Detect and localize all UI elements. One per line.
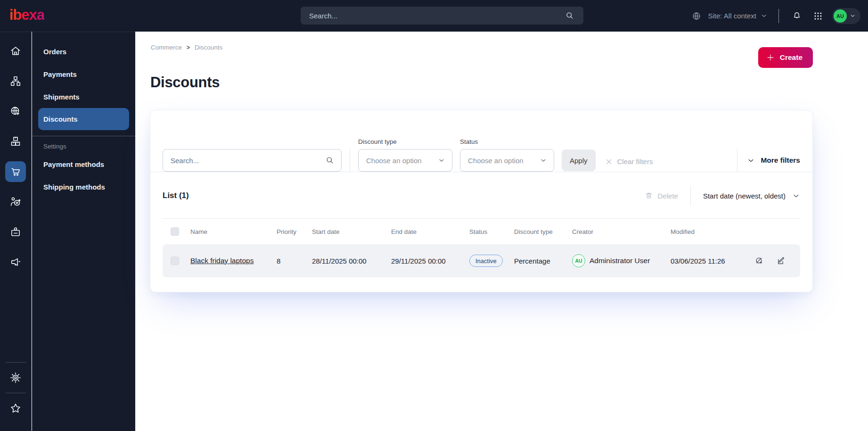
site-context-switcher[interactable]: Site: All context bbox=[689, 9, 768, 23]
chevron-down-icon bbox=[761, 12, 768, 19]
sidebar-item-discounts[interactable]: Discounts bbox=[38, 108, 129, 130]
column-header-status: Status bbox=[469, 228, 514, 235]
chevron-down-icon bbox=[540, 157, 547, 164]
breadcrumb-commerce[interactable]: Commerce bbox=[151, 44, 182, 51]
rail-item-corporate[interactable] bbox=[5, 222, 26, 242]
column-header-end-date: End date bbox=[391, 228, 469, 235]
home-icon bbox=[9, 45, 22, 57]
column-header-start-date: Start date bbox=[312, 228, 391, 235]
global-search[interactable] bbox=[301, 7, 583, 25]
create-button[interactable]: Create bbox=[758, 47, 813, 68]
row-checkbox[interactable] bbox=[171, 257, 179, 265]
breadcrumb-discounts[interactable]: Discounts bbox=[195, 44, 222, 51]
sidebar-item-label: Shipping methods bbox=[43, 183, 105, 191]
campaign-megaphone-icon bbox=[9, 256, 22, 268]
rail-item-dashboard[interactable] bbox=[5, 41, 26, 61]
creator-avatar: AU bbox=[572, 254, 585, 267]
products-boxes-icon bbox=[9, 135, 22, 148]
apply-button[interactable]: Apply bbox=[562, 149, 596, 171]
more-filters-button[interactable]: More filters bbox=[747, 156, 800, 165]
edit-icon[interactable] bbox=[776, 256, 786, 266]
filter-search-input[interactable] bbox=[171, 157, 325, 165]
search-icon[interactable] bbox=[563, 8, 577, 23]
page-title: Discounts bbox=[150, 74, 220, 91]
filter-divider bbox=[737, 149, 737, 172]
discount-type-filter: Discount type Choose an option bbox=[358, 138, 452, 172]
status-select[interactable]: Choose an option bbox=[460, 149, 554, 172]
creator-name: Administrator User bbox=[590, 257, 650, 265]
column-header-priority: Priority bbox=[277, 228, 312, 235]
rail-item-commerce[interactable] bbox=[5, 161, 26, 182]
discount-name-link[interactable]: Black friday laptops bbox=[190, 257, 254, 265]
discount-type-select[interactable]: Choose an option bbox=[358, 149, 452, 172]
trash-icon bbox=[645, 191, 653, 200]
customer-target-icon bbox=[9, 196, 22, 208]
rail-item-site[interactable] bbox=[5, 101, 26, 122]
more-filters: More filters bbox=[737, 149, 800, 172]
rail-divider bbox=[6, 362, 26, 363]
chevron-down-icon bbox=[792, 192, 800, 200]
row-modified: 03/06/2025 11:26 bbox=[671, 257, 732, 265]
chevron-down-icon bbox=[850, 13, 856, 19]
column-header-creator: Creator bbox=[572, 228, 671, 235]
create-button-label: Create bbox=[780, 53, 802, 62]
content-tree-icon bbox=[9, 75, 22, 87]
rail-divider bbox=[6, 393, 26, 393]
site-globe-icon bbox=[9, 105, 22, 117]
status-label: Status bbox=[460, 138, 554, 145]
topbar-divider bbox=[778, 9, 779, 23]
clear-filters-button[interactable]: Clear filters bbox=[605, 157, 653, 166]
select-all-checkbox[interactable] bbox=[171, 227, 179, 236]
rail-item-customers[interactable] bbox=[5, 191, 26, 212]
sidebar-item-payment-methods[interactable]: Payment methods bbox=[32, 153, 135, 175]
sidebar-item-label: Orders bbox=[43, 48, 66, 56]
row-discount-type: Percentage bbox=[514, 257, 572, 265]
table-header: Name Priority Start date End date Status… bbox=[163, 218, 800, 244]
discounts-card: Discount type Choose an option Status Ch… bbox=[150, 110, 813, 292]
rail-item-products[interactable] bbox=[5, 131, 26, 152]
settings-gear-icon bbox=[9, 372, 22, 384]
rail-item-content[interactable] bbox=[5, 71, 26, 91]
notifications-bell-icon[interactable] bbox=[790, 9, 804, 23]
breadcrumb: Commerce > Discounts bbox=[151, 44, 222, 51]
user-menu[interactable]: AU bbox=[832, 8, 860, 24]
discounts-table: Name Priority Start date End date Status… bbox=[163, 218, 800, 277]
filter-bar: Discount type Choose an option Status Ch… bbox=[150, 110, 812, 172]
row-end-date: 29/11/2025 00:00 bbox=[391, 257, 469, 265]
main-nav-rail bbox=[0, 32, 32, 431]
sidebar-item-shipping-methods[interactable]: Shipping methods bbox=[32, 175, 135, 198]
delete-button[interactable]: Delete bbox=[645, 191, 678, 200]
filter-search[interactable] bbox=[163, 149, 342, 172]
breadcrumb-separator: > bbox=[187, 44, 190, 51]
rail-item-campaigns[interactable] bbox=[5, 252, 26, 273]
row-actions bbox=[732, 256, 800, 266]
rail-item-settings[interactable] bbox=[5, 367, 26, 388]
ibexa-logo[interactable]: ibexa bbox=[9, 7, 44, 24]
column-header-modified: Modified bbox=[671, 228, 732, 235]
app-grid-icon[interactable] bbox=[811, 9, 825, 23]
sidebar-item-label: Payments bbox=[43, 70, 77, 78]
column-header-discount-type: Discount type bbox=[514, 228, 572, 235]
sidebar-item-shipments[interactable]: Shipments bbox=[32, 85, 135, 108]
commerce-cart-icon bbox=[9, 166, 22, 178]
delete-button-label: Delete bbox=[658, 192, 678, 200]
column-header-name: Name bbox=[190, 228, 277, 235]
clear-filters-label: Clear filters bbox=[617, 157, 653, 166]
settings-section-label: Settings bbox=[32, 136, 135, 153]
sort-dropdown[interactable]: Start date (newest, oldest) bbox=[703, 192, 800, 200]
row-start-date: 28/11/2025 00:00 bbox=[312, 257, 391, 265]
preview-disabled-icon[interactable] bbox=[754, 256, 764, 266]
list-section: List (1) Delete Start date (newest, olde… bbox=[150, 172, 812, 277]
sidebar-item-orders[interactable]: Orders bbox=[32, 40, 135, 63]
sidebar-item-payments[interactable]: Payments bbox=[32, 63, 135, 85]
top-bar-right: Site: All context AU bbox=[689, 0, 860, 32]
rail-item-bookmarks[interactable] bbox=[5, 398, 26, 419]
list-actions: Delete Start date (newest, oldest) bbox=[645, 185, 800, 206]
sidebar-item-label: Payment methods bbox=[43, 160, 104, 168]
sidebar-item-label: Discounts bbox=[43, 115, 78, 123]
chevron-down-icon bbox=[438, 157, 445, 164]
status-badge: Inactive bbox=[469, 255, 503, 267]
status-filter: Status Choose an option bbox=[460, 138, 554, 172]
global-search-input[interactable] bbox=[309, 12, 563, 20]
rail-footer bbox=[0, 362, 31, 431]
